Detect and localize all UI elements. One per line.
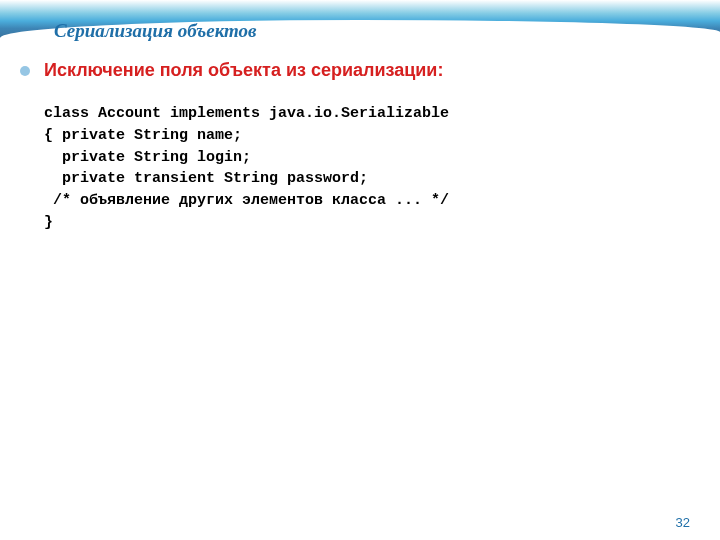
code-line: class Account implements java.io.Seriali… [44, 103, 700, 125]
code-block: class Account implements java.io.Seriali… [44, 103, 700, 234]
code-line: { private String name; [44, 125, 700, 147]
subtitle-text: Исключение поля объекта из сериализации: [44, 60, 443, 81]
bullet-icon [20, 66, 30, 76]
code-line: /* объявление других элементов класса ..… [44, 190, 700, 212]
bullet-item: Исключение поля объекта из сериализации: [20, 60, 700, 81]
code-line: } [44, 212, 700, 234]
code-line: private String login; [44, 147, 700, 169]
slide-content: Исключение поля объекта из сериализации:… [20, 60, 700, 234]
page-number: 32 [676, 515, 690, 530]
slide-title: Сериализация объектов [54, 20, 257, 42]
code-line: private transient String password; [44, 168, 700, 190]
